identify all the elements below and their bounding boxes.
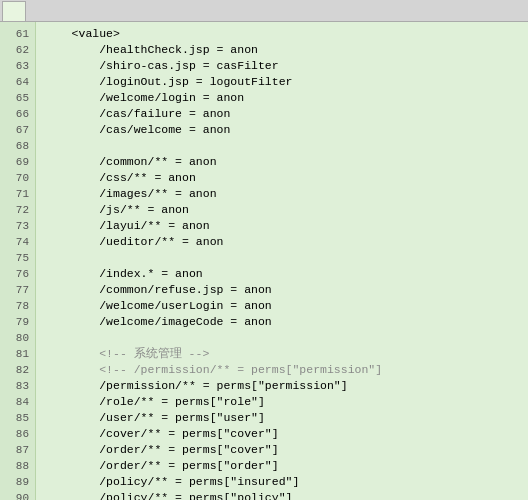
code-line: /welcome/userLogin = anon [44,298,528,314]
code-line: <!-- 系统管理 --> [44,346,528,362]
line-number: 63 [0,58,35,74]
line-number: 65 [0,90,35,106]
code-line: /images/** = anon [44,186,528,202]
code-line: <value> [44,26,528,42]
file-tab[interactable] [2,1,26,21]
code-line [44,330,528,346]
code-line: /cas/failure = anon [44,106,528,122]
code-line: /common/refuse.jsp = anon [44,282,528,298]
main-window: 6162636465666768697071727374757677787980… [0,0,528,500]
line-numbers: 6162636465666768697071727374757677787980… [0,22,36,500]
code-line: /css/** = anon [44,170,528,186]
code-line: /order/** = perms["order"] [44,458,528,474]
line-number: 90 [0,490,35,500]
code-line: /index.* = anon [44,266,528,282]
code-line: /user/** = perms["user"] [44,410,528,426]
code-line: /layui/** = anon [44,218,528,234]
line-number: 89 [0,474,35,490]
code-line: /policy/** = perms["policy"] [44,490,528,500]
line-number: 85 [0,410,35,426]
code-line: /shiro-cas.jsp = casFilter [44,58,528,74]
tab-bar [0,0,528,22]
code-line: /common/** = anon [44,154,528,170]
code-line: /cover/** = perms["cover"] [44,426,528,442]
code-line: /welcome/imageCode = anon [44,314,528,330]
line-number: 76 [0,266,35,282]
line-number: 86 [0,426,35,442]
line-number: 66 [0,106,35,122]
code-line: /policy/** = perms["insured"] [44,474,528,490]
code-line: /order/** = perms["cover"] [44,442,528,458]
line-number: 64 [0,74,35,90]
line-number: 72 [0,202,35,218]
line-number: 70 [0,170,35,186]
code-line: /ueditor/** = anon [44,234,528,250]
line-number: 68 [0,138,35,154]
code-line: /loginOut.jsp = logoutFilter [44,74,528,90]
line-number: 61 [0,26,35,42]
code-line: <!-- /permission/** = perms["permission"… [44,362,528,378]
code-editor: 6162636465666768697071727374757677787980… [0,22,528,500]
line-number: 82 [0,362,35,378]
line-number: 74 [0,234,35,250]
line-number: 77 [0,282,35,298]
line-number: 87 [0,442,35,458]
code-line: /permission/** = perms["permission"] [44,378,528,394]
line-number: 75 [0,250,35,266]
line-number: 69 [0,154,35,170]
line-number: 80 [0,330,35,346]
code-line: /welcome/login = anon [44,90,528,106]
code-content: <value> /healthCheck.jsp = anon /shiro-c… [36,22,528,500]
line-number: 84 [0,394,35,410]
line-number: 73 [0,218,35,234]
line-number: 81 [0,346,35,362]
line-number: 71 [0,186,35,202]
line-number: 62 [0,42,35,58]
line-number: 88 [0,458,35,474]
line-number: 67 [0,122,35,138]
code-line: /js/** = anon [44,202,528,218]
line-number: 83 [0,378,35,394]
code-line [44,250,528,266]
code-line: /healthCheck.jsp = anon [44,42,528,58]
code-line: /role/** = perms["role"] [44,394,528,410]
line-number: 79 [0,314,35,330]
code-line [44,138,528,154]
code-line: /cas/welcome = anon [44,122,528,138]
line-number: 78 [0,298,35,314]
